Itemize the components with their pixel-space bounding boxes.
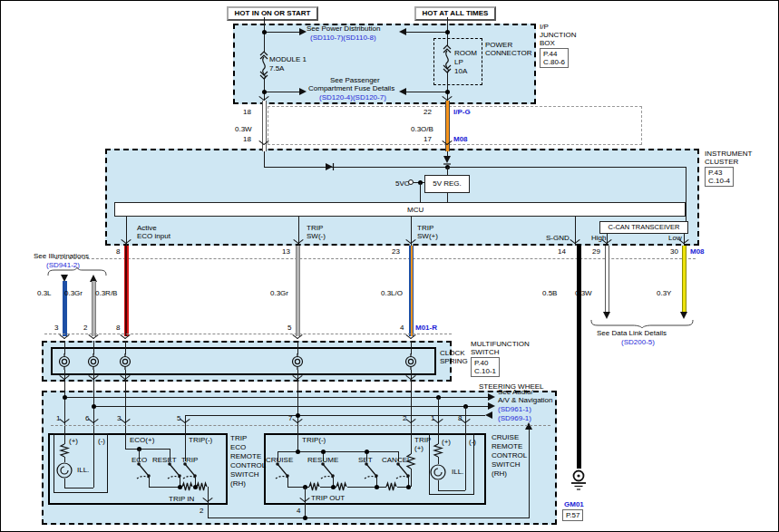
trace	[438, 433, 439, 444]
mfs-ref: P.40 C.10-1	[471, 357, 500, 377]
mcu-label: MCU	[407, 206, 424, 214]
cluster-conn: C.10-4	[708, 177, 730, 185]
wire-label-0p3ob: 0.3O/B	[411, 125, 433, 133]
coil-icon	[86, 353, 101, 370]
label-0p3w: 0.3W	[575, 289, 592, 297]
connector-chevron	[406, 419, 415, 425]
cluster-name: INSTRUMENT	[705, 150, 752, 158]
trace	[125, 433, 126, 449]
resume-switch-icon	[319, 461, 337, 479]
connector-chevron	[60, 334, 69, 341]
brace	[48, 267, 106, 276]
junction-dot	[63, 395, 67, 400]
connector-chevron	[89, 334, 98, 341]
cruise-name-1: CRUISE	[492, 433, 519, 441]
junction-box-ref: P.44 C.80-6	[540, 48, 569, 68]
pin-2: 2	[83, 324, 87, 332]
trace	[64, 341, 65, 354]
junction-dot	[321, 450, 326, 454]
label-trip-plus: TRIP	[414, 436, 431, 444]
out-trip-sw-minus2: SW(-)	[307, 232, 326, 240]
trace	[686, 167, 686, 221]
junction-dot	[445, 30, 450, 34]
trace	[64, 479, 65, 488]
fuse-icon	[441, 44, 453, 74]
connector-chevron	[300, 498, 309, 504]
connector-chevron	[259, 140, 268, 147]
trace	[447, 193, 448, 202]
fuse-icon	[258, 50, 270, 81]
connector-chevron	[293, 375, 302, 382]
pin-22: 22	[424, 108, 432, 116]
see-illuminations: See Illuminations	[34, 252, 89, 260]
junction-box-page: P.44	[543, 50, 565, 58]
label-trip-minus: TRIP(-)	[189, 436, 212, 444]
resistor-icon	[197, 482, 208, 491]
connector-chevron	[406, 334, 415, 341]
trace	[411, 469, 412, 487]
trace	[438, 457, 439, 464]
see-passenger: See Passenger	[330, 76, 380, 84]
trip-eco-name-6: (RH)	[230, 479, 246, 488]
trace	[420, 182, 421, 202]
coil-icon	[290, 353, 305, 370]
trace	[149, 476, 150, 487]
cruise-name-5: (RH)	[492, 469, 507, 478]
pin-13: 13	[282, 247, 290, 256]
connector-chevron	[293, 419, 302, 425]
fuse2-rating: 10A	[454, 67, 467, 75]
junction-dot	[92, 404, 96, 409]
trip-in-label: TRIP IN	[169, 495, 194, 503]
conn-gm01: GM01	[564, 500, 584, 508]
see-power-distribution: See Power Distribution	[307, 24, 380, 33]
sd969-ref: (SD969-1)	[498, 414, 531, 422]
see-audio: See Audio/	[498, 388, 533, 396]
connector-chevron	[406, 239, 415, 246]
pin-17: 17	[424, 135, 432, 143]
sd200-ref: (SD200-5)	[621, 338, 655, 346]
cruise-name-2: REMOTE	[492, 442, 522, 450]
junction-dot	[303, 516, 307, 520]
trace	[264, 92, 299, 92]
conn-m08: M08	[453, 135, 468, 143]
trip-eco-name-4: CONTROL	[230, 461, 266, 469]
trace	[64, 488, 93, 488]
out-active-eco2: ECO input	[137, 232, 170, 240]
trace	[438, 397, 439, 433]
arrow	[299, 28, 307, 35]
out-active-eco: Active	[137, 224, 157, 232]
cruise-name-4: SWITCH	[492, 460, 521, 469]
clock-spring-label2: SPRING	[440, 357, 468, 365]
connector-chevron	[60, 375, 69, 382]
label-trip-plus2: (+)	[414, 444, 424, 452]
arrow	[299, 88, 307, 95]
coil-icon	[404, 353, 418, 370]
label-0p3y: 0.3Y	[657, 289, 671, 297]
connector-chevron	[121, 334, 130, 341]
conn-ipg: I/P-G	[453, 108, 471, 116]
resistor-icon	[60, 444, 69, 457]
ill-label: ILL.	[77, 466, 89, 474]
trace	[125, 341, 126, 354]
connector-chevron	[443, 140, 452, 147]
label-plus: (+)	[69, 437, 78, 445]
connector-chevron	[203, 498, 212, 504]
fuse1-name: MODULE 1	[269, 55, 307, 63]
label-0p3gr1: 0.3Gr	[64, 289, 83, 297]
sd120-ref: (SD120-4)(SD120-7)	[319, 93, 386, 102]
trace	[438, 490, 465, 491]
trip-switch-icon	[181, 461, 200, 479]
fuse2-name2: LP	[454, 58, 463, 66]
junction-dot	[445, 90, 450, 94]
arrow	[680, 312, 687, 319]
trip-eco-name-3: REMOTE	[230, 452, 261, 460]
mfs-page: P.40	[474, 359, 496, 367]
trace	[264, 167, 447, 168]
out-trip-sw-minus: TRIP	[307, 224, 323, 232]
connector-chevron	[461, 419, 470, 425]
trace	[264, 151, 265, 167]
junction-dot	[331, 485, 336, 489]
ground-page: P.57	[566, 511, 579, 519]
junction-box-conn: C.80-6	[543, 58, 565, 66]
connector-chevron	[294, 239, 303, 246]
